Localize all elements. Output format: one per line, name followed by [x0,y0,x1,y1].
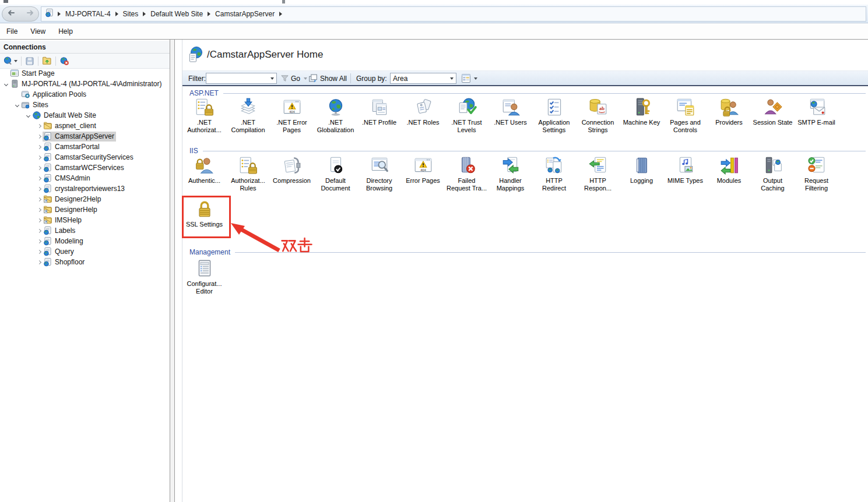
feature-mime-types[interactable]: MIME Types [663,155,707,192]
tree-item-labels[interactable]: Labels [0,225,170,236]
feature-net-error-pages[interactable]: 404.NET ErrorPages [270,97,314,134]
feature-session-state[interactable]: Session State [751,97,795,134]
feature-net-roles[interactable]: .NET Roles [401,97,445,134]
save-connections-button[interactable] [23,55,36,67]
group-by-select[interactable]: Area [390,73,456,84]
feature-connection-strings[interactable]: abConnectionStrings [576,97,620,134]
feature-net-trust-levels[interactable]: .NET TrustLevels [445,97,489,134]
feature-label: DirectoryBrowsing [366,177,392,192]
breadcrumb-segment[interactable]: Sites [121,9,141,19]
tree-expander-icon[interactable] [36,261,43,264]
menu-item-view[interactable]: View [24,24,52,38]
delete-connection-button[interactable] [58,55,71,67]
tree-item-cmsadmin[interactable]: CMSAdmin [0,173,170,183]
tree-expander-icon[interactable] [36,125,43,128]
tree-item-start[interactable]: Start Page [0,68,170,79]
management-feature-row: Configurat...Editor [182,259,226,295]
start-page-icon [10,69,19,78]
feature-label: Session State [753,119,793,126]
feature-error-pages[interactable]: 404Error Pages [401,155,445,192]
tree-expander-icon[interactable] [36,240,43,243]
tree-expander-icon[interactable] [36,219,43,222]
go-button[interactable]: Go [291,71,300,86]
tree-expander-icon[interactable] [24,114,31,117]
tree-expander-icon[interactable] [36,250,43,253]
feature-directory-browsing[interactable]: DirectoryBrowsing [357,155,401,192]
breadcrumb[interactable]: MJ-PORTAL-4SitesDefault Web SiteCamstarA… [41,6,866,22]
feature-modules[interactable]: Modules [707,155,751,192]
feature-net-globalization[interactable]: .NETGlobalization [314,97,357,134]
feature-http-redirect[interactable]: HTTPRedirect [532,155,576,192]
feature-handler-mappings[interactable]: HandlerMappings [489,155,532,192]
menu-item-help[interactable]: Help [52,24,79,38]
tree-item-designer2help[interactable]: Designer2Help [0,194,170,204]
panel-splitter[interactable] [170,40,175,502]
tree-item-crystalreportviewers13[interactable]: crystalreportviewers13 [0,183,170,194]
tree-item-query[interactable]: Query [0,246,170,257]
tree-expander-icon[interactable] [36,188,43,190]
section-header-iis: IIS [189,147,868,155]
feature-providers[interactable]: Providers [707,97,751,134]
tree-expander-icon[interactable] [36,146,43,149]
tree-expander-icon[interactable] [36,198,43,201]
view-style-button[interactable] [461,71,471,86]
tree-expander-icon[interactable] [36,156,43,159]
feature-authorization-rules[interactable]: Authorizat...Rules [226,155,270,192]
connections-tree: Start PageMJ-PORTAL-4 (MJ-PORTAL-4\Admin… [0,68,170,502]
site-page-icon [45,8,54,20]
feature-compression[interactable]: Compression [270,155,314,192]
feature-default-document[interactable]: DefaultDocument [314,155,357,192]
tree-item-camstarportal[interactable]: CamstarPortal [0,142,170,152]
feature-output-caching[interactable]: OutputCaching [751,155,795,192]
connect-server-button[interactable] [1,55,19,67]
tree-expander-icon[interactable] [36,177,43,180]
back-button[interactable] [6,8,17,20]
show-all-button[interactable]: Show All [320,71,347,86]
feature-label: SMTP E-mail [797,119,835,126]
tree-item-camstarappserver[interactable]: CamstarAppServer [0,131,170,142]
feature-label: HTTPRedirect [542,177,566,192]
tree-item-modeling[interactable]: Modeling [0,236,170,246]
menu-item-file[interactable]: File [0,24,24,38]
tree-expander-icon[interactable] [2,83,9,86]
feature-net-users[interactable]: .NET Users [489,97,532,134]
authorization-rules-icon [238,155,258,175]
breadcrumb-segment[interactable]: CamstarAppServer [213,9,277,19]
feature-net-profile[interactable]: .NET Profile [357,97,401,134]
tree-item-designerhelp[interactable]: DesignerHelp [0,204,170,215]
tree-item-default[interactable]: Default Web Site [0,110,170,121]
breadcrumb-segment[interactable]: MJ-PORTAL-4 [63,9,113,19]
tree-expander-icon[interactable] [36,167,43,169]
tree-item-shopfloor[interactable]: Shopfloor [0,257,170,267]
forward-button[interactable] [24,8,35,20]
feature-request-filtering[interactable]: RequestFiltering [795,155,838,192]
up-folder-button[interactable] [40,55,54,67]
feature-failed-request-tracing[interactable]: FailedRequest Tra... [445,155,489,192]
tree-item-sites[interactable]: Sites [0,100,170,110]
filter-input[interactable] [206,73,277,84]
feature-machine-key[interactable]: Machine Key [620,97,663,134]
tree-expander-icon[interactable] [36,208,43,211]
feature-net-authorization[interactable]: .NETAuthorizat... [182,97,226,134]
tree-item-aspnetclient[interactable]: aspnet_client [0,121,170,131]
tree-expander-icon[interactable] [36,135,43,138]
tree-item-mjportal4[interactable]: MJ-PORTAL-4 (MJ-PORTAL-4\Administrator) [0,79,170,89]
feature-configuration-editor[interactable]: Configurat...Editor [182,259,226,295]
tree-item-camstarwcfservices[interactable]: CamstarWCFServices [0,162,170,173]
feature-authentication[interactable]: Authentic... [182,155,226,192]
tree-item-imshelp[interactable]: IMSHelp [0,215,170,225]
feature-application-settings[interactable]: ApplicationSettings [532,97,576,134]
tree-item-application[interactable]: Application Pools [0,89,170,100]
tree-expander-icon[interactable] [36,229,43,232]
tree-item-camstarsecurityservices[interactable]: CamstarSecurityServices [0,152,170,162]
feature-http-response[interactable]: HTTPRespon... [576,155,620,192]
tree-expander-icon[interactable] [13,104,20,107]
logging-icon [632,155,652,175]
svg-text:404: 404 [420,168,426,172]
feature-logging[interactable]: Logging [620,155,663,192]
breadcrumb-segment[interactable]: Default Web Site [148,9,205,19]
feature-smtp-email[interactable]: SMTP E-mail [795,97,838,134]
feature-pages-and-controls[interactable]: Pages andControls [663,97,707,134]
group-by-label: Group by: [356,71,387,86]
feature-net-compilation[interactable]: .NETCompilation [226,97,270,134]
